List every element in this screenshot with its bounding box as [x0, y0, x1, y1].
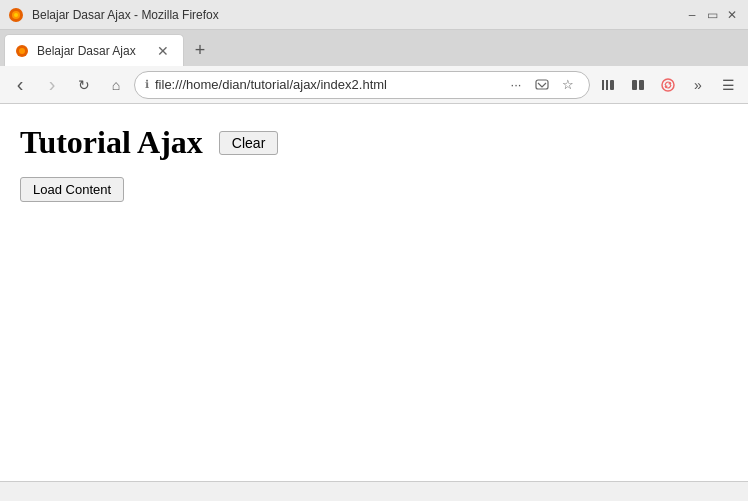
- svg-rect-8: [610, 80, 614, 90]
- home-button[interactable]: ⌂: [102, 71, 130, 99]
- forward-button[interactable]: ›: [38, 71, 66, 99]
- page-content: Tutorial Ajax Clear Load Content: [0, 104, 748, 481]
- sync-icon: [660, 77, 676, 93]
- svg-rect-6: [602, 80, 604, 90]
- tab-label: Belajar Dasar Ajax: [37, 44, 145, 58]
- svg-rect-10: [639, 80, 644, 90]
- active-tab[interactable]: Belajar Dasar Ajax ✕: [4, 34, 184, 66]
- reload-button[interactable]: ↻: [70, 71, 98, 99]
- load-content-button[interactable]: Load Content: [20, 177, 124, 202]
- close-button[interactable]: ✕: [724, 7, 740, 23]
- svg-rect-9: [632, 80, 637, 90]
- library-icon: [600, 77, 616, 93]
- page-header: Tutorial Ajax Clear: [20, 124, 728, 161]
- url-text: file:///home/dian/tutorial/ajax/index2.h…: [155, 77, 499, 92]
- title-bar-left: Belajar Dasar Ajax - Mozilla Firefox: [8, 7, 219, 23]
- reader-view-button[interactable]: [624, 71, 652, 99]
- url-bar[interactable]: ℹ file:///home/dian/tutorial/ajax/index2…: [134, 71, 590, 99]
- svg-point-11: [662, 79, 674, 91]
- url-actions: ··· ☆: [505, 74, 579, 96]
- tab-favicon-icon: [15, 44, 29, 58]
- extensions-button[interactable]: »: [684, 71, 712, 99]
- page-title: Tutorial Ajax: [20, 124, 203, 161]
- menu-button[interactable]: ☰: [714, 71, 742, 99]
- back-button[interactable]: ‹: [6, 71, 34, 99]
- firefox-logo-icon: [8, 7, 24, 23]
- pocket-button[interactable]: [531, 74, 553, 96]
- firefox-sync-button[interactable]: [654, 71, 682, 99]
- library-button[interactable]: [594, 71, 622, 99]
- svg-point-2: [14, 13, 18, 17]
- security-icon: ℹ: [145, 78, 149, 91]
- nav-right-controls: » ☰: [594, 71, 742, 99]
- reader-icon: [630, 77, 646, 93]
- window-title: Belajar Dasar Ajax - Mozilla Firefox: [32, 8, 219, 22]
- new-tab-button[interactable]: +: [186, 36, 214, 64]
- url-more-button[interactable]: ···: [505, 74, 527, 96]
- svg-point-4: [19, 48, 25, 54]
- clear-button[interactable]: Clear: [219, 131, 278, 155]
- tab-bar: Belajar Dasar Ajax ✕ +: [0, 30, 748, 66]
- title-bar: Belajar Dasar Ajax - Mozilla Firefox – ▭…: [0, 0, 748, 30]
- window-controls: – ▭ ✕: [684, 7, 740, 23]
- pocket-icon: [535, 78, 549, 92]
- navigation-bar: ‹ › ↻ ⌂ ℹ file:///home/dian/tutorial/aja…: [0, 66, 748, 104]
- status-bar: [0, 481, 748, 501]
- tab-close-button[interactable]: ✕: [153, 41, 173, 61]
- svg-rect-7: [606, 80, 608, 90]
- maximize-button[interactable]: ▭: [704, 7, 720, 23]
- bookmark-button[interactable]: ☆: [557, 74, 579, 96]
- minimize-button[interactable]: –: [684, 7, 700, 23]
